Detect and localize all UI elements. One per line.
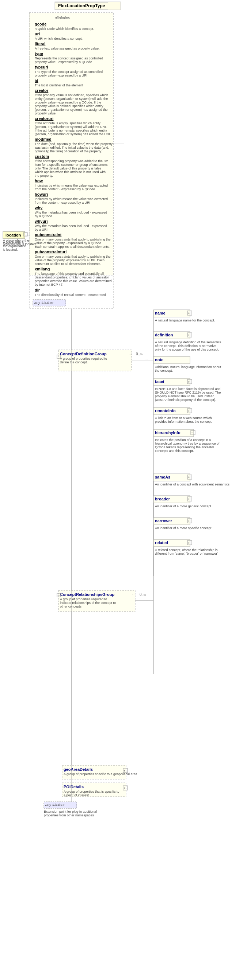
- svg-text:···: ···: [132, 592, 136, 597]
- svg-text:of the concept. This definitio: of the concept. This definition is norma…: [155, 344, 216, 348]
- svg-text:A natural language name for th: A natural language name for the concept.: [155, 318, 215, 322]
- svg-text:If the corresponding property : If the corresponding property was added …: [35, 159, 108, 163]
- svg-text:Why the metadata has been incl: Why the metadata has been included - exp…: [35, 211, 107, 214]
- svg-text:SHOULD NOT (see RFC 2119) be u: SHOULD NOT (see RFC 2119) be used. The: [155, 391, 221, 395]
- svg-text:constraint applies to all desc: constraint applies to all descendant ele…: [35, 262, 101, 266]
- svg-text:name: name: [155, 311, 165, 315]
- svg-text:A free-text value assigned as : A free-text value assigned as property v…: [35, 47, 100, 50]
- svg-text:dir: dir: [35, 288, 40, 292]
- svg-text:A group of properties specific: A group of properties specific to a geop…: [64, 772, 137, 776]
- svg-text:which applies when this attrib: which applies when this attribute is not…: [34, 170, 106, 174]
- svg-text:item for a specific customer o: item for a specific customer or group of…: [35, 163, 108, 167]
- svg-text:(person, organisation or syste: (person, organisation or system) will ad…: [35, 125, 107, 129]
- svg-text:the concept.: the concept.: [155, 369, 173, 372]
- svg-text:An identifier of a more generi: An identifier of a more generic concept: [155, 504, 212, 508]
- svg-text:The local identifier of the el: The local identifier of the element: [35, 83, 83, 87]
- svg-text:id: id: [35, 78, 38, 83]
- svg-text:A group of properties required: A group of properties required to: [60, 357, 107, 360]
- svg-text:ConceptDefinitionGroup: ConceptDefinitionGroup: [60, 352, 107, 356]
- svg-text:define the concept.: define the concept.: [60, 360, 88, 364]
- svg-text:(was: An intrinsic property of: (was: An intrinsic property of the conce…: [155, 398, 216, 402]
- page-title: FlexLocationPropType: [55, 2, 108, 10]
- svg-text:property value.: property value.: [35, 111, 57, 115]
- svg-text:A URI which identifies a conce: A URI which identifies a concept.: [35, 37, 83, 40]
- svg-text:An identifier of a more specif: An identifier of a more specific concept: [155, 526, 212, 530]
- svg-text:literal: literal: [35, 41, 45, 46]
- svg-text:The date (and, optionally, the: The date (and, optionally, the time) whe…: [35, 142, 112, 146]
- svg-text:indicate relationships of the : indicate relationships of the concept to: [60, 601, 116, 605]
- svg-text:···: ···: [128, 352, 132, 356]
- svg-text:xmllang: xmllang: [35, 267, 50, 271]
- svg-text:Why the metadata has been incl: Why the metadata has been included - exp…: [35, 224, 107, 228]
- svg-text:The language of this property : The language of this property and potent…: [35, 272, 104, 275]
- svg-text:Additional natural language in: Additional natural language information …: [155, 365, 221, 369]
- svg-text:Indicates by which means the v: Indicates by which means the value was e…: [35, 197, 108, 201]
- svg-text:One or many constraints that a: One or many constraints that apply to pu…: [35, 255, 111, 258]
- svg-text:any ##other: any ##other: [34, 301, 54, 305]
- svg-text:attributes: attributes: [55, 16, 70, 20]
- svg-text:pubconstrainturi: pubconstrainturi: [35, 250, 66, 254]
- svg-text:by Internet BCP 47.: by Internet BCP 47.: [35, 283, 63, 286]
- svg-text:properties override this value: properties override this value. Values a…: [35, 279, 111, 283]
- svg-text:If the property value is not d: If the property value is not defined, sp…: [35, 93, 108, 97]
- svg-text:sameAs: sameAs: [155, 475, 170, 479]
- svg-text:QCode tokens representing the : QCode tokens representing the ancestor: [155, 445, 214, 449]
- svg-text:related: related: [155, 541, 168, 545]
- svg-text:hierarchyInfo: hierarchyInfo: [155, 430, 181, 435]
- svg-text:+: +: [188, 476, 190, 479]
- svg-text:The directionality of textual : The directionality of textual content - …: [35, 293, 106, 297]
- svg-text:POIDetails: POIDetails: [64, 785, 84, 789]
- svg-text:howuri: howuri: [35, 192, 48, 196]
- svg-text:why: why: [34, 205, 43, 210]
- svg-text:Extension point for plug-in ad: Extension point for plug-in additional: [44, 810, 97, 813]
- svg-text:entity (person, organisation o: entity (person, organisation or system) …: [35, 97, 108, 100]
- svg-text:type: type: [35, 51, 43, 56]
- svg-text:pubconstraint: pubconstraint: [35, 232, 62, 237]
- svg-text:how: how: [35, 178, 43, 183]
- svg-text:broader: broader: [155, 497, 170, 501]
- svg-text:remoteInfo: remoteInfo: [155, 409, 176, 413]
- location-desc: A place where the organisation is locate…: [3, 240, 29, 251]
- svg-text:only for the scope of the use : only for the scope of the use of this co…: [155, 348, 219, 351]
- svg-text:note: note: [155, 358, 163, 362]
- svg-text:+: +: [191, 431, 193, 435]
- svg-text:value of the property - expres: value of the property - expressed by a Q…: [35, 241, 102, 245]
- svg-text:different from 'same', 'broade: different from 'same', 'broader' or 'nar…: [155, 552, 218, 555]
- svg-text:only. The default value of thi: only. The default value of this property…: [35, 167, 101, 170]
- svg-text:other concepts: other concepts: [60, 605, 82, 608]
- svg-text:whyuri: whyuri: [34, 219, 48, 223]
- svg-text:An identifier of a concept wit: An identifier of a concept with equivale…: [155, 482, 230, 486]
- svg-text:+: +: [188, 409, 190, 413]
- svg-text:concepts and this concept.: concepts and this concept.: [155, 449, 194, 453]
- svg-text:A Quick Code which identifies : A Quick Code which identifies a concept.: [35, 27, 94, 30]
- svg-text:property value - expressed by : property value - expressed by a QCode: [35, 60, 92, 64]
- svg-text:+: +: [188, 312, 190, 315]
- svg-text:optionally, the time) of creat: optionally, the time) of creation of the…: [35, 150, 102, 153]
- svg-text:0..∞: 0..∞: [140, 593, 146, 597]
- svg-text:A link to an item or a web sou: A link to an item or a web source which: [155, 416, 212, 420]
- svg-text:···: ···: [57, 594, 60, 597]
- svg-text:qcode: qcode: [35, 22, 47, 26]
- svg-text:+: +: [188, 380, 190, 384]
- svg-text:by a QCode: by a QCode: [35, 214, 52, 218]
- svg-text:A group of properties that is : A group of properties that is specific t…: [64, 790, 119, 794]
- svg-text:uri: uri: [35, 32, 40, 36]
- svg-text:modified: modified: [35, 137, 51, 142]
- svg-text:property value - expressed by : property value - expressed by a URI: [35, 74, 87, 77]
- svg-text:from the content - expressed b: from the content - expressed by a QCode: [35, 187, 95, 191]
- svg-text:+: +: [188, 334, 190, 337]
- svg-text:+: +: [188, 498, 190, 501]
- svg-text:was last modified. The initial: was last modified. The initial value is …: [34, 146, 109, 150]
- svg-text:from the content - expressed b: from the content - expressed by a URI: [35, 201, 90, 204]
- svg-text:(person, organisation or syste: (person, organisation or system) has edi…: [35, 132, 111, 136]
- svg-text:properties from other namespac: properties from other namespaces: [44, 813, 94, 817]
- svg-text:creatoruri: creatoruri: [35, 116, 53, 121]
- svg-text:+: +: [124, 786, 125, 790]
- svg-text:Indicates by which means the v: Indicates by which means the value was e…: [35, 184, 108, 187]
- svg-text:A related concept, where the r: A related concept, where the relationshi…: [155, 548, 218, 552]
- svg-text:definition: definition: [155, 333, 173, 337]
- location-box: location: [3, 232, 23, 239]
- svg-text:If the attribute is empty, spe: If the attribute is empty, specifies whi…: [35, 121, 101, 125]
- svg-text:the property.: the property.: [35, 174, 53, 178]
- svg-text:typeuri: typeuri: [35, 65, 48, 69]
